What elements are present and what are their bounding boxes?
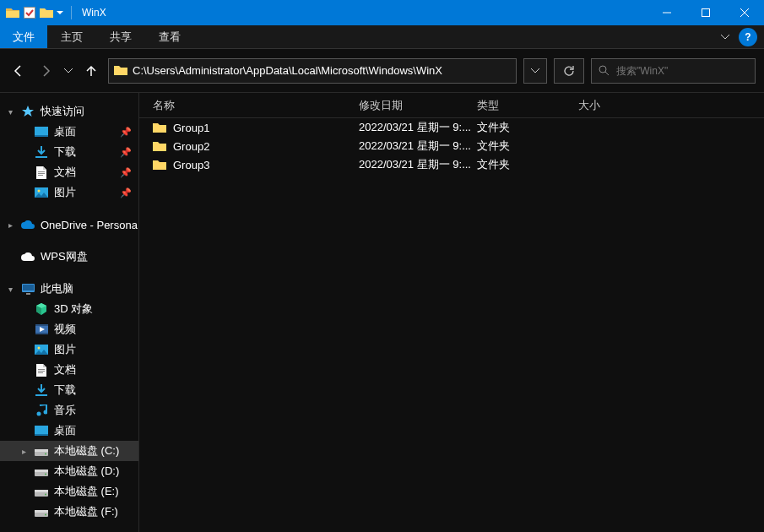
- sidebar-quick-item[interactable]: 图片📌: [0, 182, 138, 203]
- maximize-button[interactable]: [686, 0, 725, 25]
- svg-rect-0: [24, 8, 35, 19]
- refresh-button[interactable]: [554, 58, 584, 84]
- drive-icon: [34, 464, 49, 479]
- sidebar-pc-item[interactable]: ▸本地磁盘 (C:): [0, 441, 138, 461]
- svg-rect-1: [702, 9, 710, 17]
- checkbox-icon[interactable]: [22, 5, 37, 20]
- back-button[interactable]: [8, 61, 29, 81]
- sidebar-item-label: 本地磁盘 (F:): [54, 504, 118, 519]
- navigation-pane[interactable]: ▾ 快速访问 桌面📌下载📌文档📌图片📌 ▸ OneDrive - Persona…: [0, 93, 139, 532]
- folder-icon: [153, 141, 166, 152]
- search-input[interactable]: [616, 65, 748, 77]
- expand-icon[interactable]: ▸: [5, 220, 15, 230]
- download-icon: [34, 144, 49, 160]
- folder-small-icon[interactable]: [39, 5, 54, 20]
- folder-icon: [109, 65, 133, 76]
- svg-rect-11: [23, 285, 34, 290]
- ribbon-expand-button[interactable]: [713, 25, 737, 48]
- search-box[interactable]: [591, 58, 756, 84]
- pin-icon: 📌: [120, 187, 132, 198]
- cloud-icon: [20, 217, 35, 232]
- address-input[interactable]: [133, 59, 516, 83]
- file-type: 文件夹: [477, 120, 578, 135]
- sidebar-item-label: 桌面: [54, 423, 76, 438]
- file-type: 文件夹: [477, 138, 578, 154]
- 3d-icon: [34, 301, 49, 317]
- file-row[interactable]: Group12022/03/21 星期一 9:...文件夹: [139, 118, 764, 137]
- column-name[interactable]: 名称: [139, 98, 359, 113]
- dropdown-icon[interactable]: [56, 5, 64, 20]
- sidebar-pc-item[interactable]: 图片: [0, 339, 138, 360]
- svg-rect-20: [38, 372, 43, 373]
- picture-icon: [34, 342, 49, 357]
- svg-point-27: [45, 453, 46, 454]
- sidebar-item-label: 本地磁盘 (E:): [54, 484, 119, 499]
- file-row[interactable]: Group32022/03/21 星期一 9:...文件夹: [139, 155, 764, 174]
- svg-rect-35: [35, 510, 48, 513]
- file-list[interactable]: 名称 修改日期 类型 大小 Group12022/03/21 星期一 9:...…: [139, 93, 764, 532]
- sidebar-pc-item[interactable]: 文档: [0, 360, 138, 380]
- column-headers: 名称 修改日期 类型 大小: [139, 93, 764, 118]
- sidebar-item-label: 音乐: [54, 403, 76, 418]
- sidebar-quick-item[interactable]: 下载📌: [0, 142, 138, 162]
- folder-icon: [5, 5, 20, 20]
- collapse-icon[interactable]: ▾: [5, 107, 15, 117]
- drive-icon: [34, 484, 49, 499]
- file-row[interactable]: Group22022/03/21 星期一 9:...文件夹: [139, 137, 764, 155]
- tab-view[interactable]: 查看: [145, 25, 194, 48]
- recent-locations-button[interactable]: [62, 61, 74, 81]
- tab-share[interactable]: 共享: [96, 25, 145, 48]
- tab-home[interactable]: 主页: [47, 25, 96, 48]
- forward-button[interactable]: [35, 61, 56, 81]
- sidebar-pc-item[interactable]: 桌面: [0, 421, 138, 441]
- pin-icon: 📌: [120, 127, 132, 138]
- help-button[interactable]: ?: [739, 28, 757, 46]
- sidebar-pc-item[interactable]: 本地磁盘 (E:): [0, 481, 138, 502]
- ribbon: 文件 主页 共享 查看 ?: [0, 25, 764, 49]
- sidebar-item-label: 3D 对象: [54, 301, 93, 317]
- sidebar-quick-item[interactable]: 文档📌: [0, 162, 138, 182]
- svg-rect-19: [38, 371, 45, 372]
- close-button[interactable]: [725, 0, 764, 25]
- svg-rect-26: [35, 449, 48, 452]
- sidebar-quick-item[interactable]: 桌面📌: [0, 122, 138, 142]
- minimize-button[interactable]: [648, 0, 686, 25]
- svg-rect-23: [35, 426, 48, 434]
- up-button[interactable]: [81, 61, 101, 81]
- sidebar-quick-access[interactable]: ▾ 快速访问: [0, 101, 138, 122]
- download-icon: [34, 383, 49, 398]
- pin-icon: 📌: [120, 167, 132, 178]
- sidebar-pc-item[interactable]: 下载: [0, 380, 138, 400]
- sidebar-pc-item[interactable]: 3D 对象: [0, 299, 138, 319]
- file-type: 文件夹: [477, 157, 578, 172]
- svg-point-17: [38, 347, 41, 350]
- sidebar-onedrive[interactable]: ▸ OneDrive - Persona: [0, 214, 138, 235]
- sidebar-item-label: 本地磁盘 (C:): [54, 443, 119, 459]
- column-size[interactable]: 大小: [578, 98, 646, 113]
- address-bar[interactable]: [108, 58, 517, 84]
- body: ▾ 快速访问 桌面📌下载📌文档📌图片📌 ▸ OneDrive - Persona…: [0, 93, 764, 532]
- svg-point-33: [45, 493, 46, 495]
- svg-rect-4: [35, 135, 48, 137]
- file-date: 2022/03/21 星期一 9:...: [359, 120, 477, 135]
- folder-icon: [153, 160, 166, 171]
- sidebar-pc-item[interactable]: 视频: [0, 319, 138, 339]
- sidebar-pc-item[interactable]: 本地磁盘 (D:): [0, 461, 138, 481]
- svg-point-30: [45, 473, 46, 475]
- sidebar-item-label: 此电脑: [41, 281, 73, 296]
- column-date[interactable]: 修改日期: [359, 98, 477, 113]
- sidebar-item-label: 下载: [54, 383, 76, 398]
- sidebar-pc-item[interactable]: 本地磁盘 (F:): [0, 502, 138, 522]
- address-dropdown-button[interactable]: [523, 58, 547, 84]
- collapse-icon[interactable]: ▾: [5, 285, 15, 294]
- sidebar-pc-item[interactable]: 音乐: [0, 400, 138, 421]
- sidebar-this-pc[interactable]: ▾ 此电脑: [0, 279, 138, 299]
- sidebar-item-label: WPS网盘: [41, 249, 88, 264]
- video-icon: [34, 322, 49, 337]
- document-icon: [34, 165, 49, 180]
- svg-point-36: [45, 513, 46, 515]
- drive-icon: [34, 504, 49, 519]
- file-tab[interactable]: 文件: [0, 25, 47, 48]
- column-type[interactable]: 类型: [477, 98, 578, 113]
- sidebar-wps[interactable]: WPS网盘: [0, 247, 138, 267]
